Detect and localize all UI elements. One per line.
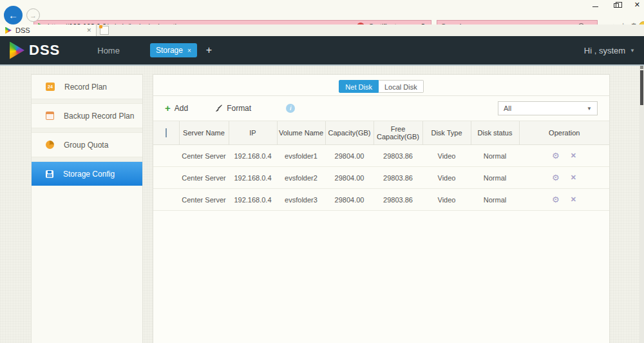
- header-checkbox-cell: [153, 121, 179, 145]
- cell-disk-type: Video: [422, 145, 471, 167]
- sidebar-separator: [32, 99, 142, 104]
- col-free-capacity: Free Capacity(GB): [374, 121, 422, 145]
- scrollbar-thumb[interactable]: [640, 70, 643, 105]
- sidebar-item-storage-config[interactable]: Storage Config: [32, 162, 142, 186]
- tab-favicon-icon: [5, 27, 12, 34]
- cell-ip: 192.168.0.4: [229, 145, 277, 167]
- sidebar-item-label: Record Plan: [64, 83, 107, 92]
- cell-capacity: 29804.00: [325, 145, 374, 167]
- filter-dropdown[interactable]: All ▼: [498, 101, 598, 115]
- sidebar-item-record-plan[interactable]: 24 Record Plan: [32, 75, 142, 99]
- cell-ip: 192.168.0.4: [229, 167, 277, 189]
- select-all-checkbox[interactable]: [166, 128, 167, 137]
- sidebar: 24 Record Plan Backup Record Plan Group …: [31, 74, 143, 343]
- col-server-name: Server Name: [179, 121, 229, 145]
- cell-capacity: 29804.00: [325, 189, 374, 211]
- sidebar-item-label: Group Quota: [64, 141, 108, 150]
- nav-tab-storage[interactable]: Storage ×: [150, 43, 197, 57]
- tab-net-disk[interactable]: Net Disk: [339, 80, 379, 93]
- cell-disk-status: Normal: [471, 189, 519, 211]
- calendar-24-icon: 24: [46, 83, 55, 91]
- app-header: DSS Home Storage × + Hi , system ▼: [0, 36, 644, 64]
- delete-x-icon[interactable]: ✕: [571, 152, 576, 160]
- nav-tab-home[interactable]: Home: [97, 46, 120, 55]
- plus-icon: +: [165, 104, 171, 113]
- backup-calendar-icon: [46, 112, 54, 120]
- scroll-up-icon[interactable]: [640, 66, 643, 69]
- cell-server-name: Center Server: [179, 189, 229, 211]
- col-ip: IP: [229, 121, 277, 145]
- cell-disk-status: Normal: [471, 167, 519, 189]
- row-checkbox-cell: [153, 167, 179, 189]
- table-header-row: Server Name IP Volume Name Capacity(GB) …: [153, 121, 609, 145]
- add-button[interactable]: + Add: [165, 104, 188, 113]
- configure-gear-icon[interactable]: ⚙: [552, 151, 560, 161]
- col-volume-name: Volume Name: [277, 121, 325, 145]
- new-tab-button[interactable]: [100, 26, 109, 35]
- user-menu[interactable]: Hi , system ▼: [584, 46, 635, 55]
- sidebar-item-label: Backup Record Plan: [64, 112, 134, 121]
- tab-close-icon[interactable]: ✕: [86, 27, 91, 34]
- storage-disk-icon: [46, 170, 53, 178]
- col-operation: Operation: [519, 121, 609, 145]
- cell-server-name: Center Server: [179, 145, 229, 167]
- col-disk-status: Disk status: [471, 121, 519, 145]
- delete-x-icon[interactable]: ✕: [571, 173, 576, 182]
- close-icon[interactable]: ✕: [634, 1, 640, 9]
- tab-local-disk[interactable]: Local Disk: [379, 80, 424, 93]
- dss-logo: DSS: [8, 42, 60, 59]
- restore-icon[interactable]: [614, 3, 619, 8]
- info-icon[interactable]: i: [286, 104, 295, 113]
- page-scrollbar[interactable]: [639, 66, 644, 343]
- table-row: Center Server 192.168.0.4 evsfolder1 298…: [153, 145, 609, 167]
- sidebar-item-group-quota[interactable]: Group Quota: [32, 133, 142, 157]
- format-button[interactable]: Format: [215, 104, 251, 113]
- delete-x-icon[interactable]: ✕: [571, 195, 576, 204]
- row-checkbox-cell: [153, 189, 179, 211]
- cell-free-capacity: 29803.86: [374, 167, 422, 189]
- back-button[interactable]: ←: [4, 6, 23, 24]
- configure-gear-icon[interactable]: ⚙: [552, 173, 560, 182]
- storage-table: Server Name IP Volume Name Capacity(GB) …: [153, 121, 609, 211]
- cell-free-capacity: 29803.86: [374, 189, 422, 211]
- browser-tabbar: DSS ✕: [0, 24, 644, 36]
- cell-volume-name: evsfolder1: [277, 145, 325, 167]
- col-capacity: Capacity(GB): [325, 121, 374, 145]
- disk-type-tabs: Net Disk Local Disk: [153, 75, 609, 96]
- storage-config-panel: Net Disk Local Disk + Add Format i A: [153, 74, 610, 343]
- dss-logo-icon: [8, 42, 24, 59]
- sidebar-separator: [32, 128, 142, 133]
- cell-volume-name: evsfolder2: [277, 167, 325, 189]
- user-greeting: Hi , system: [584, 46, 625, 55]
- forward-button[interactable]: →: [26, 8, 40, 22]
- browser-window: ✕ https://192.168.0.2/admin/login_login.…: [0, 0, 644, 343]
- filter-selected-value: All: [504, 104, 511, 112]
- cell-disk-type: Video: [422, 189, 471, 211]
- pie-chart-icon: [46, 141, 54, 149]
- window-titlebar: ✕: [0, 0, 644, 10]
- cell-server-name: Center Server: [179, 167, 229, 189]
- cell-capacity: 29804.00: [325, 167, 374, 189]
- sidebar-separator: [32, 157, 142, 162]
- sidebar-item-backup-record-plan[interactable]: Backup Record Plan: [32, 104, 142, 128]
- storage-tab-close-icon[interactable]: ×: [187, 47, 191, 54]
- cell-ip: 192.168.0.4: [229, 189, 277, 211]
- cell-disk-status: Normal: [471, 145, 519, 167]
- browser-tab-dss[interactable]: DSS ✕: [0, 24, 97, 36]
- add-button-label: Add: [175, 104, 188, 113]
- col-disk-type: Disk Type: [422, 121, 471, 145]
- table-row: Center Server 192.168.0.4 evsfolder3 298…: [153, 189, 609, 211]
- cell-volume-name: evsfolder3: [277, 189, 325, 211]
- user-menu-caret-icon: ▼: [630, 48, 635, 54]
- minimize-icon[interactable]: [592, 6, 598, 7]
- tab-title: DSS: [15, 26, 30, 34]
- sidebar-item-label: Storage Config: [63, 170, 115, 179]
- toolbar: + Add Format i All ▼: [153, 96, 609, 121]
- brush-icon: [215, 104, 223, 112]
- address-bar-row: https://192.168.0.2/admin/login_login.ac…: [0, 10, 644, 24]
- format-button-label: Format: [227, 104, 251, 113]
- filter-caret-icon: ▼: [587, 106, 592, 112]
- configure-gear-icon[interactable]: ⚙: [552, 195, 560, 204]
- add-nav-tab-button[interactable]: +: [206, 44, 212, 56]
- page-body: 24 Record Plan Backup Record Plan Group …: [0, 64, 644, 343]
